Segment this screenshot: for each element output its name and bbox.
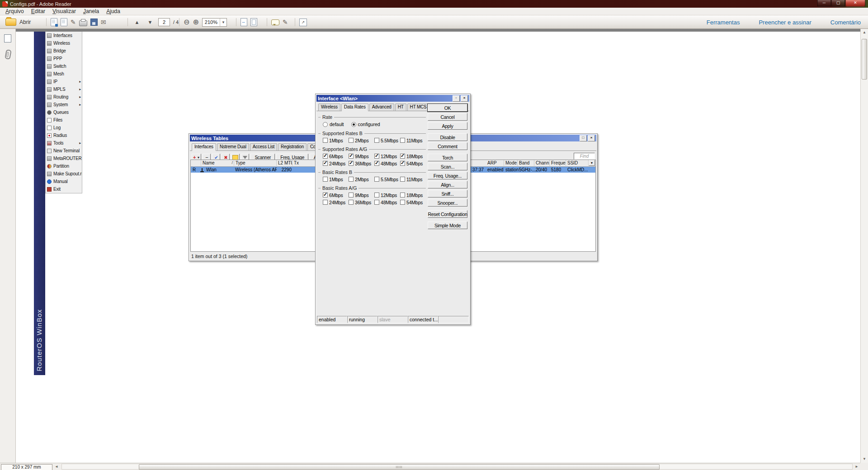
scroll-right-icon[interactable]: ► [854,464,860,470]
scroll-down-icon[interactable]: ▼ [861,456,868,463]
rate-checkbox[interactable]: 1Mbps [323,137,349,143]
tx-column-header[interactable]: Tx [292,160,317,166]
checkbox-icon[interactable] [349,138,354,143]
zoom-level-select[interactable]: 210% ▼ [202,18,227,27]
winbox-menu-new-terminal[interactable]: New Terminal [46,147,82,155]
winbox-menu-mpls[interactable]: MPLS [46,85,82,93]
comment-panel-link[interactable]: Comentário [830,19,861,26]
apply-button[interactable]: Apply [428,122,467,130]
winbox-menu-manual[interactable]: Manual [46,178,82,185]
rate-checkbox[interactable]: 6Mbps [323,192,349,198]
email-icon[interactable]: ✉ [101,19,106,25]
type-column-header[interactable]: Type [234,160,277,166]
winbox-menu-metarouter[interactable]: MetaROUTER [46,155,82,162]
sign-icon[interactable]: ✎ [283,19,288,25]
tab-interfaces[interactable]: Interfaces [192,143,216,151]
frequency-column-header[interactable]: Frequen... [550,160,566,166]
winbox-menu-partition[interactable]: Partition [46,162,82,170]
scroll-up-icon[interactable]: ▲ [861,29,868,36]
tab-wireless[interactable]: Wireless [318,103,340,111]
winbox-menu-log[interactable]: Log [46,124,82,132]
winbox-menu-wireless[interactable]: Wireless [46,39,82,47]
rate-checkbox[interactable]: 24Mbps [323,160,349,166]
rate-checkbox[interactable]: 9Mbps [349,153,374,159]
close-icon[interactable]: × [588,135,595,141]
menu-editar[interactable]: Editar [28,8,49,15]
rate-checkbox[interactable]: 11Mbps [400,176,426,182]
comment-bubble-icon[interactable] [271,19,279,25]
tools-panel-link[interactable]: Ferramentas [707,19,740,26]
vertical-scroll-thumb[interactable] [862,39,867,80]
rate-default-radio[interactable]: default [323,122,344,127]
attachments-icon[interactable] [5,49,11,60]
checkbox-icon[interactable] [374,200,379,205]
mode-column-header[interactable]: Mode [504,160,518,166]
sniff-button[interactable]: Sniff... [428,190,467,197]
rate-checkbox[interactable]: 54Mbps [400,199,426,205]
ok-button[interactable]: OK [428,104,467,112]
winbox-menu-ip[interactable]: IP [46,78,82,85]
tab-data-rates[interactable]: Data Rates [341,103,368,111]
tab-ht-mcs[interactable]: HT MCS [407,103,429,111]
checkbox-icon[interactable] [323,193,328,197]
zoom-out-icon[interactable]: ⊖ [184,19,189,26]
rate-checkbox[interactable]: 11Mbps [400,137,426,143]
winbox-menu-interfaces[interactable]: Interfaces [46,32,82,39]
winbox-menu-tools[interactable]: Tools [46,139,82,147]
arp-column-header[interactable]: ARP [486,160,504,166]
checkbox-icon[interactable] [400,154,405,159]
freq-usage-button[interactable]: Freq. Usage... [428,172,467,179]
rate-checkbox[interactable]: 18Mbps [400,192,426,198]
fill-sign-panel-link[interactable]: Preencher e assinar [759,19,811,26]
dialog-titlebar[interactable]: Interface <Wlan> ▫ × [316,95,469,102]
rate-checkbox[interactable]: 24Mbps [323,199,349,205]
zoom-in-icon[interactable]: ⊕ [193,19,198,26]
winbox-menu-system[interactable]: System [46,101,82,108]
rate-checkbox[interactable]: 36Mbps [349,160,374,166]
checkbox-icon[interactable] [349,200,354,205]
checkbox-icon[interactable] [374,193,379,197]
open-button[interactable]: Abrir [19,19,31,25]
winbox-menu-mesh[interactable]: Mesh [46,70,82,78]
checkbox-icon[interactable] [400,200,405,205]
reset-configuration-button[interactable]: Reset Configuration [428,210,467,218]
tab-advanced[interactable]: Advanced [369,103,394,111]
scan-button[interactable]: Scan... [428,163,467,170]
horizontal-scrollbar[interactable] [61,464,853,470]
rate-checkbox[interactable]: 48Mbps [374,199,400,205]
sign-pen-icon[interactable]: ✎ [71,19,76,25]
next-page-icon[interactable]: ▼ [145,17,155,27]
minimize-icon[interactable]: ▫ [453,95,460,102]
winbox-menu-bridge[interactable]: Bridge [46,47,82,55]
save-icon[interactable] [90,19,98,26]
checkbox-icon[interactable] [400,161,405,166]
radio-icon[interactable] [323,122,328,127]
rate-checkbox[interactable]: 48Mbps [374,160,400,166]
close-icon[interactable]: × [461,95,468,102]
radio-icon[interactable] [351,122,356,127]
checkbox-icon[interactable] [374,138,379,143]
rate-checkbox[interactable]: 9Mbps [349,192,374,198]
rate-checkbox[interactable]: 12Mbps [374,153,400,159]
band-column-header[interactable]: Band [518,160,534,166]
disable-button[interactable]: Disable [428,133,467,141]
checkbox-icon[interactable] [374,154,379,159]
menu-janela[interactable]: Janela [80,8,103,15]
find-input[interactable]: Find [574,153,595,160]
rate-checkbox[interactable]: 5.5Mbps [374,176,400,182]
rate-checkbox[interactable]: 18Mbps [400,153,426,159]
horizontal-scroll-thumb[interactable] [139,464,660,470]
rate-checkbox[interactable]: 5.5Mbps [374,137,400,143]
l2mtu-column-header[interactable]: L2 MTU [277,160,292,166]
rate-checkbox[interactable]: 6Mbps [323,153,349,159]
vertical-scrollbar[interactable]: ▲ ▼ [860,29,868,463]
print-icon[interactable] [79,20,87,26]
menu-visualizar[interactable]: Visualizar [49,8,80,15]
tab-registration[interactable]: Registration [278,143,307,150]
rate-checkbox[interactable]: 1Mbps [323,176,349,182]
checkbox-icon[interactable] [349,161,354,166]
doc-arrow-icon[interactable] [51,18,57,26]
checkbox-icon[interactable] [323,161,328,166]
rate-checkbox[interactable]: 2Mbps [349,176,374,182]
winbox-menu-ppp[interactable]: PPP [46,55,82,62]
